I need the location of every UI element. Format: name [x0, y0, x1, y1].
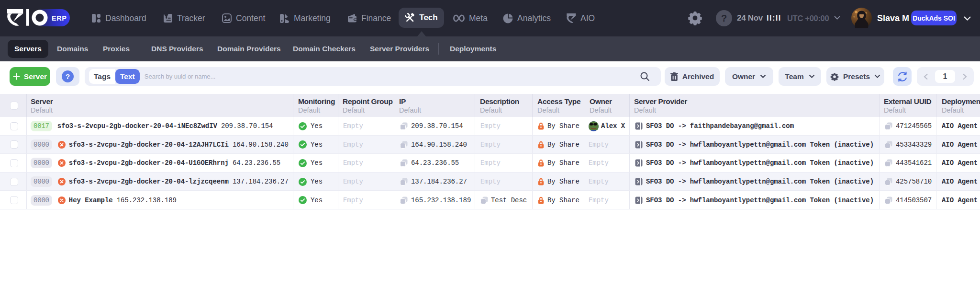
svg-text:ERP: ERP — [52, 14, 67, 22]
